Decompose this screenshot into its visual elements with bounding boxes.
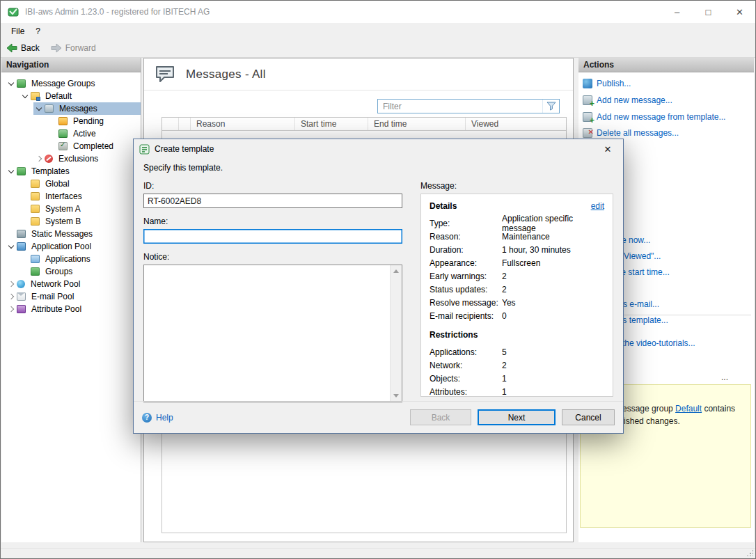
column-flag[interactable]	[179, 118, 191, 130]
chevron-placeholder	[19, 191, 31, 202]
help-link[interactable]: ? Help	[142, 413, 173, 423]
column-end-time[interactable]: End time	[368, 118, 466, 130]
tree-item-global[interactable]: Global	[19, 178, 141, 190]
tree-item-completed[interactable]: Completed	[47, 140, 141, 152]
summary-row: Resolve message: Yes	[430, 296, 604, 309]
filter-input[interactable]	[378, 100, 542, 113]
id-input[interactable]	[143, 194, 402, 208]
scroll-down-icon[interactable]	[393, 394, 399, 397]
dialog-title: Create template	[155, 144, 214, 154]
message-groups-icon	[17, 79, 26, 88]
chevron-collapsed-icon[interactable]	[6, 278, 17, 290]
scrollbar[interactable]	[390, 265, 402, 402]
tree-item-active[interactable]: Active	[47, 127, 141, 140]
application-pool-icon	[17, 242, 26, 251]
toolbar: Back Forward	[1, 39, 755, 58]
tree-item-attribute-pool[interactable]: Attribute Pool	[6, 303, 141, 315]
app-window: IBI-aws Admin 1.23.0 - registered for IB…	[0, 0, 756, 559]
dialog-footer: ? Help Back Next Cancel	[134, 401, 623, 433]
tree-item-network-pool[interactable]: Network Pool	[6, 278, 141, 290]
summary-row: Attributes: 1	[430, 385, 604, 398]
tree-item-message-groups[interactable]: Message Groups	[6, 77, 141, 90]
chevron-expanded-icon[interactable]	[19, 90, 31, 102]
summary-row: Type: Application specific message	[430, 216, 604, 230]
chevron-expanded-icon[interactable]	[6, 241, 17, 252]
dialog-body: Specify this template. ID: Name: Notice:	[134, 159, 623, 401]
messages-icon	[45, 104, 54, 113]
table-header: Reason Start time End time Viewed	[162, 118, 566, 131]
chevron-collapsed-icon[interactable]	[6, 304, 17, 315]
chevron-placeholder	[47, 141, 58, 152]
summary-row: Network: 2	[430, 359, 604, 372]
tree-item-email-pool[interactable]: E-mail Pool	[6, 290, 141, 303]
chevron-expanded-icon[interactable]	[6, 78, 17, 89]
folder-default-icon	[31, 92, 40, 100]
help-icon: ?	[142, 413, 152, 423]
tree-item-static-messages[interactable]: Static Messages	[6, 228, 141, 240]
folder-icon	[31, 205, 40, 213]
add-from-template-icon	[583, 112, 592, 122]
summary-row: Duration: 1 hour, 30 minutes	[430, 243, 604, 256]
column-viewed[interactable]: Viewed	[466, 118, 566, 130]
messages-page-icon	[155, 65, 175, 84]
tree-item-groups[interactable]: Groups	[19, 265, 141, 278]
forward-button[interactable]: Forward	[51, 43, 96, 53]
column-icon[interactable]	[162, 118, 179, 130]
scroll-up-icon[interactable]	[393, 269, 399, 273]
tree-item-system-a[interactable]: System A	[19, 203, 141, 215]
status-bar	[1, 548, 755, 558]
tree-item-exclusions[interactable]: Exclusions	[33, 152, 141, 165]
close-button[interactable]: ✕	[724, 1, 755, 23]
chevron-expanded-icon[interactable]	[33, 103, 45, 114]
back-label: Back	[21, 43, 40, 53]
tree-item-default[interactable]: Default	[19, 90, 141, 102]
tree-item-system-b[interactable]: System B	[19, 215, 141, 228]
navigation-panel: Navigation Message Groups Default Messag…	[1, 58, 141, 542]
action-add-from-template[interactable]: Add new message from template...	[583, 111, 753, 123]
filter-funnel-icon[interactable]	[542, 100, 559, 113]
name-input[interactable]	[143, 229, 402, 244]
pending-icon	[58, 117, 68, 125]
menu-help[interactable]: ?	[30, 24, 46, 38]
chevron-collapsed-icon[interactable]	[6, 291, 17, 302]
chevron-placeholder	[19, 178, 31, 189]
create-template-dialog: Create template ✕ Specify this template.…	[133, 139, 624, 434]
attribute-pool-icon	[17, 305, 26, 313]
static-messages-icon	[17, 230, 26, 238]
chevron-expanded-icon[interactable]	[6, 166, 17, 177]
notice-textarea[interactable]	[144, 265, 390, 402]
back-button[interactable]: Back	[6, 43, 40, 53]
tree-item-messages[interactable]: Messages	[33, 102, 141, 115]
tree-item-pending[interactable]: Pending	[47, 115, 141, 127]
email-pool-icon	[17, 292, 26, 301]
tree-item-interfaces[interactable]: Interfaces	[19, 190, 141, 203]
edit-link[interactable]: edit	[591, 201, 604, 211]
menubar: File ?	[1, 23, 755, 39]
cancel-button[interactable]: Cancel	[562, 409, 615, 425]
column-start-time[interactable]: Start time	[295, 118, 368, 130]
groups-icon	[31, 267, 40, 276]
id-label: ID:	[143, 181, 402, 191]
tree-item-application-pool[interactable]: Application Pool	[6, 240, 141, 253]
dialog-close-button[interactable]: ✕	[593, 140, 622, 158]
column-reason[interactable]: Reason	[191, 118, 295, 130]
default-group-link[interactable]: Default	[675, 404, 702, 414]
resize-grip[interactable]	[746, 549, 753, 556]
minimize-button[interactable]: –	[661, 1, 693, 23]
app-icon	[8, 6, 19, 17]
notice-label: Notice:	[143, 252, 402, 262]
tree-item-applications[interactable]: Applications	[19, 253, 141, 265]
back-dialog-button[interactable]: Back	[410, 409, 471, 425]
chevron-placeholder	[19, 203, 31, 214]
action-delete-all-messages[interactable]: Delete all messages...	[583, 127, 753, 139]
chevron-placeholder	[6, 228, 17, 239]
maximize-button[interactable]: □	[693, 1, 724, 23]
tree-item-templates[interactable]: Templates	[6, 165, 141, 178]
menu-file[interactable]: File	[6, 24, 30, 38]
action-add-new-message[interactable]: Add new message...	[583, 94, 753, 106]
forward-arrow-icon	[51, 43, 62, 53]
chevron-collapsed-icon[interactable]	[33, 153, 45, 164]
restrictions-header: Restrictions	[430, 330, 604, 340]
action-publish[interactable]: Publish...	[583, 77, 753, 89]
next-button[interactable]: Next	[478, 409, 556, 425]
